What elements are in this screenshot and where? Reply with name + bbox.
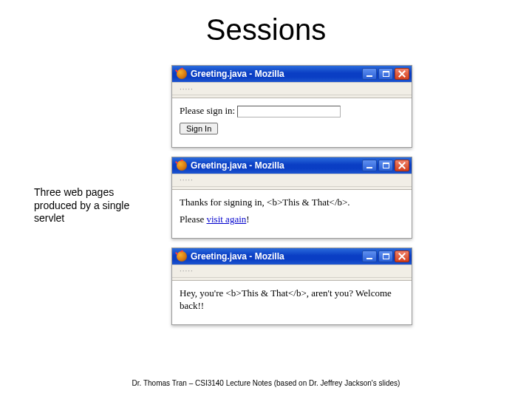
welcome-back-text: Hey, you're <b>This & That</b>, aren't y…	[180, 287, 404, 313]
mozilla-icon	[177, 160, 187, 171]
slide: Sessions Three web pages produced by a s…	[0, 0, 532, 399]
visit-again-line: Please visit again!	[180, 213, 404, 226]
mozilla-icon	[177, 251, 187, 262]
window-title: Greeting.java - Mozilla	[191, 160, 362, 171]
minimize-icon	[366, 258, 372, 259]
page-content-3: Hey, you're <b>This & That</b>, aren't y…	[172, 281, 412, 324]
page-content-1: Please sign in: Sign In	[172, 98, 412, 147]
maximize-icon	[383, 71, 389, 77]
titlebar: Greeting.java - Mozilla	[172, 157, 412, 174]
signin-input[interactable]	[237, 106, 341, 117]
close-button[interactable]	[395, 68, 409, 80]
close-icon	[398, 70, 406, 78]
menubar: ·····	[172, 174, 412, 187]
close-icon	[398, 253, 406, 260]
page-content-2: Thanks for signing in, <b>This & That</b…	[172, 190, 412, 238]
minimize-icon	[366, 75, 372, 77]
maximize-icon	[383, 163, 389, 168]
window-buttons	[362, 68, 409, 80]
signin-button[interactable]: Sign In	[180, 123, 218, 134]
window-title: Greeting.java - Mozilla	[191, 251, 362, 262]
minimize-button[interactable]	[362, 68, 377, 80]
thanks-line: Thanks for signing in, <b>This & That</b…	[180, 196, 404, 209]
minimize-icon	[366, 167, 372, 168]
window-title: Greeting.java - Mozilla	[191, 69, 362, 79]
menubar-placeholder: ·····	[175, 85, 198, 93]
browser-window-3: Greeting.java - Mozilla ····· Hey, you'r…	[171, 248, 412, 325]
maximize-icon	[383, 253, 389, 259]
titlebar: Greeting.java - Mozilla	[172, 248, 412, 265]
browser-window-2: Greeting.java - Mozilla ····· Thanks for…	[171, 157, 412, 239]
close-button[interactable]	[395, 250, 409, 262]
maximize-button[interactable]	[378, 160, 393, 171]
menubar-placeholder: ·····	[175, 176, 198, 184]
maximize-button[interactable]	[378, 250, 393, 262]
minimize-button[interactable]	[362, 160, 377, 171]
signin-label: Please sign in:	[180, 105, 235, 116]
visit-suffix: !	[246, 214, 249, 225]
visit-prefix: Please	[180, 214, 206, 225]
window-buttons	[362, 250, 409, 262]
maximize-button[interactable]	[378, 68, 393, 80]
mozilla-icon	[177, 69, 187, 79]
menubar-placeholder: ·····	[175, 267, 198, 275]
slide-title: Sessions	[0, 13, 532, 47]
minimize-button[interactable]	[362, 250, 377, 262]
window-buttons	[362, 160, 409, 171]
visit-again-link[interactable]: visit again	[206, 214, 246, 225]
close-icon	[398, 162, 406, 169]
caption-text: Three web pages produced by a single ser…	[34, 186, 145, 225]
menubar: ·····	[172, 265, 412, 278]
window-stack: Greeting.java - Mozilla ····· Please sig…	[171, 65, 412, 325]
browser-window-1: Greeting.java - Mozilla ····· Please sig…	[171, 65, 412, 148]
menubar: ·····	[172, 82, 412, 95]
titlebar: Greeting.java - Mozilla	[172, 66, 412, 82]
close-button[interactable]	[395, 160, 409, 171]
slide-footer: Dr. Thomas Tran – CSI3140 Lecture Notes …	[0, 379, 532, 387]
